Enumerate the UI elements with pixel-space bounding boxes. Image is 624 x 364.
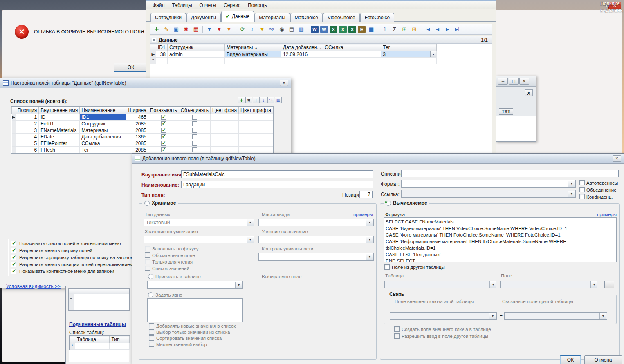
refresh-icon[interactable]: ⟳: [238, 25, 247, 34]
formula-textarea[interactable]: SELECT CASE FNameMaterials CASE 'Видео м…: [384, 217, 617, 262]
chart-icon[interactable]: ▆: [367, 25, 376, 34]
merge-checkbox[interactable]: [192, 128, 197, 133]
cell-position[interactable]: 2: [16, 121, 38, 127]
close-icon[interactable]: ✕: [519, 78, 529, 85]
field-row[interactable]: 4FDateДата добавления1365: [12, 134, 273, 140]
column-header[interactable]: Цвет шрифта: [239, 107, 273, 114]
tab-Материалы[interactable]: Материалы: [254, 13, 290, 22]
export-file-icon[interactable]: E: [358, 26, 366, 33]
filter-clear-icon[interactable]: ▼: [224, 25, 233, 34]
cell-id[interactable]: 38: [156, 51, 168, 58]
cell-show[interactable]: [148, 140, 179, 147]
cell-font-color[interactable]: [239, 134, 273, 140]
show-checkbox[interactable]: [161, 147, 166, 152]
new-record-icon[interactable]: ✚: [152, 25, 161, 34]
format-select[interactable]: [401, 180, 576, 188]
column-header[interactable]: Объединять: [179, 107, 210, 114]
create-fk-checkbox[interactable]: [394, 326, 400, 332]
caption-input[interactable]: Градации: [181, 181, 373, 188]
explicit-values-textarea[interactable]: [147, 298, 243, 322]
show-checkbox[interactable]: [161, 141, 166, 146]
cell-caption[interactable]: Материалы: [80, 127, 126, 134]
cell-employee[interactable]: admin: [168, 51, 225, 58]
description-input[interactable]: [401, 170, 619, 177]
cell-merge[interactable]: [179, 114, 210, 121]
cell-internal-name[interactable]: FDate: [39, 134, 80, 140]
cell-type[interactable]: [110, 343, 130, 350]
multi-select-checkbox[interactable]: [149, 342, 154, 347]
cell-caption[interactable]: ID1: [80, 114, 126, 121]
print-preview-icon[interactable]: ▥: [297, 25, 306, 34]
cell-bg-color[interactable]: [211, 121, 239, 127]
merge-checkbox[interactable]: [192, 121, 197, 126]
edit-record-icon[interactable]: ✎: [162, 25, 171, 34]
cell-show[interactable]: [148, 127, 179, 134]
cell-position[interactable]: 4: [16, 134, 38, 140]
browse-button[interactable]: ...: [604, 281, 614, 288]
column-header[interactable]: Показывать: [148, 107, 179, 114]
other-table-select[interactable]: [384, 281, 497, 288]
cell-link[interactable]: [323, 51, 381, 58]
cell-position[interactable]: 1: [16, 114, 38, 121]
merge-checkbox[interactable]: [579, 187, 585, 192]
cell-position[interactable]: 6: [16, 147, 38, 153]
cell-width[interactable]: 465: [126, 114, 148, 121]
other-field-select[interactable]: [500, 281, 598, 288]
cell-merge[interactable]: [179, 121, 210, 127]
maximize-icon[interactable]: ▢: [509, 78, 519, 85]
allow-input-checkbox[interactable]: [394, 333, 400, 339]
option-checkbox[interactable]: [11, 241, 16, 246]
stored-radio[interactable]: [144, 201, 150, 206]
readonly-checkbox[interactable]: [145, 259, 150, 264]
column-header[interactable]: Дата добавлен...: [281, 44, 323, 51]
cell-internal-name[interactable]: FFilePointer: [39, 140, 80, 147]
cell-width[interactable]: 2085: [126, 121, 148, 127]
empty-cell[interactable]: [168, 58, 225, 64]
confidential-checkbox[interactable]: [579, 194, 585, 199]
delete-table-rows-icon[interactable]: ▦: [191, 25, 200, 34]
save-fields-icon[interactable]: ▦: [275, 97, 282, 103]
cell-internal-name[interactable]: FNameMaterials: [39, 127, 80, 134]
fill-on-focus-checkbox[interactable]: [145, 246, 150, 251]
tab-VideoChoice[interactable]: VideoChoice: [323, 13, 360, 22]
cell-date[interactable]: 12.09.2016: [281, 51, 323, 58]
export-excel-template-icon[interactable]: X: [339, 26, 347, 33]
inner-close-button[interactable]: X: [525, 89, 533, 96]
filter-add-icon[interactable]: ▼: [215, 25, 224, 34]
move-up-icon[interactable]: ↑: [253, 97, 260, 103]
grid-add-icon[interactable]: ⊞: [400, 25, 409, 34]
empty-cell[interactable]: [156, 58, 168, 64]
link-select[interactable]: [401, 190, 576, 198]
merge-checkbox[interactable]: [192, 147, 197, 152]
new-row[interactable]: *: [150, 58, 437, 64]
export-excel-icon[interactable]: X: [330, 26, 337, 33]
default-value-select[interactable]: [144, 236, 254, 243]
merge-checkbox[interactable]: [192, 115, 197, 120]
column-header[interactable]: Тег: [381, 44, 437, 51]
cell-bg-color[interactable]: [211, 147, 239, 153]
menu-item[interactable]: Сервис: [220, 2, 244, 9]
tab-Сотрудники[interactable]: Сотрудники: [150, 13, 186, 22]
field-row[interactable]: 3FNameMaterialsМатериалы2085: [12, 127, 273, 134]
cell-tag[interactable]: 3: [381, 51, 437, 58]
cell-width[interactable]: 2085: [126, 127, 148, 134]
show-checkbox[interactable]: [161, 121, 166, 126]
error-ok-button[interactable]: ОК: [114, 63, 148, 72]
column-header[interactable]: Материалы: [225, 44, 281, 51]
cell-table[interactable]: [75, 343, 109, 350]
bind-to-table-radio[interactable]: [148, 274, 153, 279]
cell-internal-name[interactable]: ID: [39, 114, 80, 121]
next-record-icon[interactable]: ▶: [443, 25, 452, 34]
option-checkbox[interactable]: [11, 269, 16, 274]
cell-font-color[interactable]: [239, 147, 273, 153]
bind-table-select[interactable]: [147, 281, 243, 289]
column-header[interactable]: Внутреннее имя: [39, 107, 80, 114]
cell-materials[interactable]: Видео материалы: [225, 51, 281, 58]
find-icon[interactable]: ◉: [277, 25, 286, 34]
option-checkbox[interactable]: [11, 248, 16, 253]
export-word-icon[interactable]: W: [311, 26, 319, 33]
txt-tab[interactable]: TXT: [499, 108, 513, 115]
cell-caption[interactable]: Сотрудник: [80, 121, 126, 127]
show-checkbox[interactable]: [161, 134, 166, 139]
cell-width[interactable]: 2085: [126, 140, 148, 147]
